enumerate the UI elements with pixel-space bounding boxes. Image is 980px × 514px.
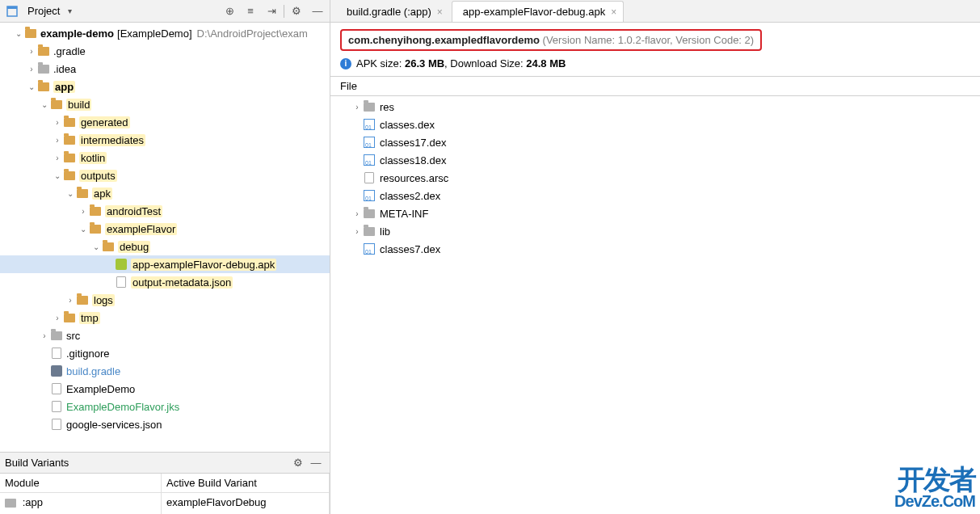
tree-row[interactable]: ExampleDemoFlavor.jks bbox=[0, 398, 330, 415]
tree-row[interactable]: build.gradle bbox=[0, 362, 330, 380]
editor-tab[interactable]: build.gradle (:app)× bbox=[335, 1, 450, 22]
chevron-icon[interactable]: ⌄ bbox=[39, 100, 50, 109]
tree-row[interactable]: ›kotlin bbox=[0, 149, 330, 166]
folder-icon bbox=[37, 44, 50, 57]
tree-row[interactable]: ⌄build bbox=[0, 95, 330, 113]
file-row[interactable]: classes2.dex bbox=[330, 187, 980, 204]
expand-icon[interactable]: ≡ bbox=[242, 2, 259, 20]
tree-row[interactable]: ›generated bbox=[0, 113, 330, 131]
tree-row[interactable]: ›androidTest bbox=[0, 202, 330, 220]
tree-label: build.gradle bbox=[66, 365, 120, 377]
gear-icon[interactable]: ⚙ bbox=[288, 2, 305, 20]
folder-icon bbox=[363, 100, 376, 113]
tree-row[interactable]: ›src bbox=[0, 327, 330, 344]
file-row[interactable]: resources.arsc bbox=[330, 169, 980, 187]
package-info-highlight: com.chenyihong.exampledflavordemo (Versi… bbox=[340, 29, 762, 51]
file-label: classes18.dex bbox=[380, 154, 446, 166]
chevron-icon[interactable]: › bbox=[65, 296, 76, 305]
chevron-icon[interactable]: ⌄ bbox=[26, 82, 37, 91]
tree-row[interactable]: ⌄apk bbox=[0, 184, 330, 202]
tree-row[interactable]: ExampleDemo bbox=[0, 380, 330, 398]
tree-row[interactable]: ›tmp bbox=[0, 309, 330, 327]
project-tree[interactable]: ⌄example-demo[ExampleDemo]D:\AndroidProj… bbox=[0, 23, 330, 452]
apk-file-list[interactable]: ›resclasses.dexclasses17.dexclasses18.de… bbox=[330, 96, 980, 259]
bv-col-variant: Active Build Variant bbox=[162, 474, 330, 492]
chevron-icon[interactable]: › bbox=[26, 47, 37, 56]
close-icon[interactable]: × bbox=[437, 6, 443, 18]
chevron-icon[interactable]: › bbox=[52, 154, 63, 162]
folder-icon bbox=[63, 133, 76, 146]
bv-row-variant[interactable]: exampleFlavorDebug bbox=[162, 493, 330, 514]
chevron-icon[interactable]: ⌄ bbox=[90, 242, 102, 251]
file-list-header: File bbox=[330, 76, 980, 96]
folder-icon bbox=[63, 116, 76, 128]
collapse-icon[interactable]: ⇥ bbox=[263, 2, 280, 20]
bv-row-module[interactable]: :app bbox=[0, 493, 162, 514]
chevron-icon[interactable]: › bbox=[351, 209, 363, 218]
folder-icon bbox=[24, 27, 37, 40]
package-name: com.chenyihong.exampledflavordemo bbox=[348, 34, 540, 46]
tree-label: tmp bbox=[79, 312, 100, 324]
tree-row[interactable]: google-services.json bbox=[0, 415, 330, 433]
file-row[interactable]: ›lib bbox=[330, 222, 980, 240]
file-row[interactable]: ›META-INF bbox=[330, 204, 980, 222]
chevron-icon[interactable]: ⌄ bbox=[52, 171, 63, 180]
tree-row[interactable]: .gitignore bbox=[0, 344, 330, 362]
tree-label: intermediates bbox=[79, 134, 145, 146]
chevron-icon[interactable]: › bbox=[351, 227, 363, 236]
project-title[interactable]: Project bbox=[27, 5, 60, 17]
tree-label: androidTest bbox=[105, 205, 162, 217]
file-icon bbox=[115, 276, 128, 289]
folder-icon bbox=[50, 98, 63, 111]
chevron-icon[interactable]: › bbox=[52, 136, 63, 145]
project-view-icon bbox=[3, 2, 21, 20]
apk-size-line: i APK size: 26.3 MB, Download Size: 24.8… bbox=[340, 57, 970, 70]
tree-row[interactable]: ⌄exampleFlavor bbox=[0, 220, 330, 238]
tree-row[interactable]: ⌄outputs bbox=[0, 166, 330, 184]
project-dropdown[interactable]: ▾ bbox=[68, 6, 72, 15]
tree-label: apk bbox=[92, 187, 112, 200]
chevron-icon[interactable]: › bbox=[26, 65, 37, 74]
chevron-icon[interactable]: ⌄ bbox=[13, 29, 24, 38]
file-row[interactable]: classes18.dex bbox=[330, 151, 980, 169]
chevron-icon[interactable]: › bbox=[78, 207, 89, 216]
file-row[interactable]: classes.dex bbox=[330, 116, 980, 133]
file-row[interactable]: classes17.dex bbox=[330, 133, 980, 151]
project-pane: Project ▾ ⊕ ≡ ⇥ ⚙ — ⌄example-demo[Exampl… bbox=[0, 0, 330, 514]
file-row[interactable]: ›res bbox=[330, 98, 980, 116]
editor-tab[interactable]: app-exampleFlavor-debug.apk× bbox=[452, 1, 624, 22]
close-icon[interactable]: × bbox=[611, 6, 616, 18]
chevron-icon[interactable]: › bbox=[52, 314, 63, 322]
tree-row[interactable]: ›.gradle bbox=[0, 42, 330, 60]
file-row[interactable]: classes7.dex bbox=[330, 240, 980, 258]
chevron-icon[interactable]: › bbox=[39, 331, 50, 340]
tree-row[interactable]: ⌄example-demo[ExampleDemo]D:\AndroidProj… bbox=[0, 24, 330, 42]
chevron-icon[interactable]: › bbox=[351, 103, 363, 112]
tab-label: app-exampleFlavor-debug.apk bbox=[463, 6, 605, 18]
project-toolbar: Project ▾ ⊕ ≡ ⇥ ⚙ — bbox=[0, 0, 330, 23]
tree-row[interactable]: ⌄debug bbox=[0, 238, 330, 255]
tree-row[interactable]: ⌄app bbox=[0, 78, 330, 95]
chevron-icon[interactable]: › bbox=[52, 118, 63, 127]
tree-row[interactable]: ›intermediates bbox=[0, 131, 330, 149]
tree-row[interactable]: ›.idea bbox=[0, 60, 330, 78]
build-variants-table: Module Active Build Variant :app example… bbox=[0, 473, 330, 514]
apk-size: 26.3 MB bbox=[405, 57, 444, 70]
tree-label: src bbox=[66, 330, 80, 342]
tree-row[interactable]: app-exampleFlavor-debug.apk bbox=[0, 255, 330, 273]
chevron-icon[interactable]: ⌄ bbox=[65, 189, 76, 198]
locate-icon[interactable]: ⊕ bbox=[221, 2, 238, 20]
file-label: classes7.dex bbox=[380, 243, 440, 255]
folder-icon bbox=[76, 187, 89, 200]
chevron-icon[interactable]: ⌄ bbox=[78, 225, 89, 234]
file-label: classes17.dex bbox=[380, 137, 446, 149]
bv-gear-icon[interactable]: ⚙ bbox=[289, 454, 307, 472]
apk-icon bbox=[115, 258, 128, 271]
tree-row[interactable]: output-metadata.json bbox=[0, 273, 330, 291]
folder-icon bbox=[50, 329, 63, 342]
dex-icon bbox=[363, 118, 376, 131]
tree-row[interactable]: ›logs bbox=[0, 291, 330, 309]
bv-hide-icon[interactable]: — bbox=[307, 454, 325, 472]
package-version: (Version Name: 1.0.2-flavor, Version Cod… bbox=[543, 34, 755, 46]
hide-icon[interactable]: — bbox=[309, 2, 326, 20]
